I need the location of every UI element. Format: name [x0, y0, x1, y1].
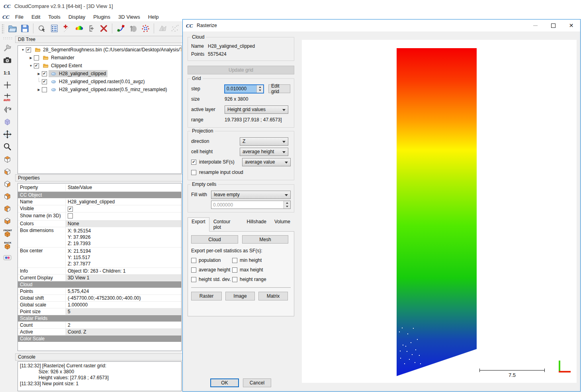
close-button[interactable]: ✕ — [562, 20, 580, 31]
point-picking-icon[interactable] — [61, 23, 72, 34]
menu-display[interactable]: Display — [65, 13, 90, 21]
menu-tools[interactable]: Tools — [44, 13, 64, 21]
menu-file[interactable]: File — [11, 13, 27, 21]
export-stat-min-height[interactable]: min height — [232, 257, 291, 263]
auto-pivot-icon[interactable]: auto — [2, 92, 13, 103]
zoom-1-1-icon[interactable]: 1:1 — [2, 67, 13, 78]
cancel-button[interactable]: Cancel — [243, 378, 271, 387]
collapse-icon[interactable]: ▼ — [28, 64, 33, 68]
edit-grid-button[interactable]: Edit grid — [268, 84, 290, 93]
fill-with-dropdown[interactable]: leave empty — [211, 191, 291, 199]
perspective-cube-icon[interactable] — [2, 117, 13, 127]
tree-item[interactable]: ▼Clipped Extent — [18, 62, 181, 70]
checkbox[interactable] — [232, 277, 237, 282]
export-cloud-button[interactable]: Cloud — [191, 235, 238, 244]
toolbar-drag-handle[interactable] — [3, 37, 12, 39]
pick-rotate-icon[interactable] — [36, 23, 47, 34]
visibility-checkbox[interactable] — [34, 63, 39, 68]
expand-icon[interactable]: ▶ — [36, 72, 41, 76]
export-stat-height-std-dev-[interactable]: height std. dev. — [191, 277, 232, 282]
property-checkbox[interactable] — [68, 207, 73, 212]
export-stat-height-range[interactable]: height range — [232, 277, 291, 282]
menu-edit[interactable]: Edit — [27, 13, 44, 21]
export-image-button[interactable]: Image — [225, 292, 255, 300]
checkbox[interactable] — [191, 258, 196, 263]
spin-down-icon[interactable] — [257, 89, 263, 93]
tree-item[interactable]: ▶Remainder — [18, 54, 181, 62]
tab-contour-plot[interactable]: Contour plot — [209, 217, 243, 232]
checkbox[interactable] — [232, 267, 237, 273]
visibility-checkbox[interactable] — [42, 71, 47, 76]
document-icon[interactable]: CC — [2, 14, 10, 20]
apply-transform-icon[interactable] — [86, 23, 97, 34]
active-layer-dropdown[interactable]: Height grid values — [225, 105, 288, 114]
export-stat-max-height[interactable]: max height — [232, 267, 291, 273]
rotate-view-icon[interactable] — [2, 104, 13, 115]
properties-icon[interactable] — [49, 23, 60, 34]
zoom-icon[interactable] — [2, 141, 13, 152]
view-top-icon[interactable] — [2, 154, 13, 164]
visibility-checkbox[interactable] — [42, 79, 47, 84]
stereo-icon[interactable] — [2, 252, 13, 263]
cell-height-dropdown[interactable]: average height — [240, 148, 288, 156]
subsample-icon[interactable] — [140, 23, 151, 34]
open-icon[interactable] — [7, 23, 18, 34]
property-value[interactable]: None — [66, 220, 181, 227]
view-right-icon[interactable] — [2, 203, 13, 214]
property-value[interactable] — [66, 205, 181, 212]
view-back-icon[interactable] — [2, 191, 13, 201]
checkbox[interactable] — [232, 258, 237, 263]
tree-item[interactable]: H28_yaligned_clipped.raster(0.01_avgz) — [18, 78, 181, 86]
resample-checkbox[interactable] — [191, 170, 196, 175]
visibility-checkbox[interactable] — [42, 87, 47, 92]
export-raster-button[interactable]: Raster — [191, 292, 222, 300]
export-stat-average-height[interactable]: average height — [191, 267, 232, 273]
property-value[interactable] — [66, 213, 181, 220]
3d-viewport[interactable]: 7.5 — [302, 40, 577, 383]
spin-up-icon[interactable] — [257, 85, 263, 89]
pan-icon[interactable] — [2, 129, 13, 140]
visibility-checkbox[interactable] — [26, 47, 31, 53]
export-matrix-button[interactable]: Matrix — [258, 292, 288, 300]
export-mesh-button[interactable]: Mesh — [242, 235, 288, 244]
toolbar-drag-handle[interactable] — [2, 24, 4, 33]
interpolate-sf-checkbox[interactable] — [191, 160, 196, 165]
view-front-labeled-icon[interactable]: FRONT — [2, 228, 13, 238]
dialog-titlebar[interactable]: CC Rasterize ✕ — [183, 20, 580, 31]
view-back-labeled-icon[interactable]: BACK — [2, 240, 13, 251]
collapse-icon[interactable]: ▼ — [20, 48, 25, 52]
tree-item[interactable]: ▼28_SegmentRoughness.bin (C:/Users/danic… — [18, 46, 181, 54]
menu-help[interactable]: Help — [144, 13, 163, 21]
tab-export[interactable]: Export — [188, 217, 209, 232]
visibility-checkbox[interactable] — [34, 55, 39, 60]
maximize-button[interactable] — [544, 20, 562, 31]
export-stat-population[interactable]: population — [191, 257, 232, 263]
direction-dropdown[interactable]: Z — [240, 137, 288, 146]
checkbox[interactable] — [191, 277, 196, 282]
tab-hillshade[interactable]: Hillshade — [243, 217, 270, 232]
wrench-icon[interactable] — [2, 43, 13, 53]
ok-button[interactable]: OK — [210, 378, 239, 387]
step-spinbox[interactable]: 0.010000 — [225, 85, 264, 93]
tab-volume[interactable]: Volume — [270, 217, 294, 232]
property-value[interactable]: 3D View 1 — [66, 275, 181, 281]
tree-item[interactable]: ▶H28_yaligned_clipped.raster(0.5_minz_re… — [18, 86, 181, 94]
menu-plugins[interactable]: Plugins — [89, 13, 114, 21]
checkbox[interactable] — [191, 267, 196, 273]
align-icon[interactable] — [127, 23, 139, 34]
property-value[interactable]: 5 — [66, 308, 181, 315]
view-bottom-icon[interactable] — [2, 215, 13, 226]
register-icon[interactable] — [115, 23, 126, 34]
db-tree[interactable]: ▼28_SegmentRoughness.bin (C:/Users/danic… — [18, 45, 182, 174]
interpolate-dropdown[interactable]: average value — [242, 158, 291, 166]
view-left-icon[interactable] — [2, 178, 13, 189]
view-front-icon[interactable] — [2, 166, 13, 177]
expand-icon[interactable]: ▶ — [28, 56, 33, 60]
camera-icon[interactable] — [2, 55, 13, 66]
save-icon[interactable] — [19, 23, 30, 34]
step-spin-arrows[interactable] — [256, 85, 263, 93]
tree-item[interactable]: ▶H28_yaligned_clipped — [18, 70, 181, 78]
property-value[interactable]: Coord. Z — [66, 329, 181, 335]
property-checkbox[interactable] — [68, 213, 73, 218]
color-scale-icon[interactable] — [73, 23, 84, 34]
